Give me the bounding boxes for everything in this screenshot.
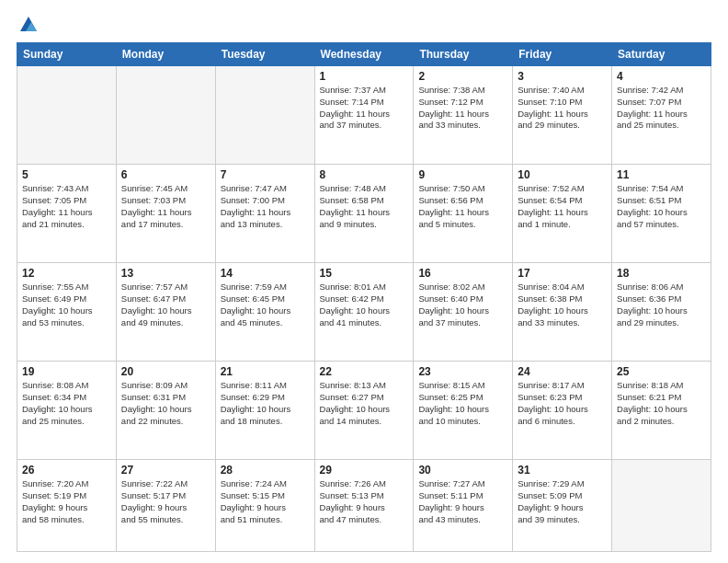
day-info: Sunrise: 8:08 AM Sunset: 6:34 PM Dayligh…: [22, 380, 111, 427]
day-number: 8: [320, 168, 409, 181]
day-number: 10: [518, 168, 607, 181]
calendar-cell: 25Sunrise: 8:18 AM Sunset: 6:21 PM Dayli…: [612, 362, 711, 460]
day-number: 20: [121, 365, 210, 378]
day-number: 6: [121, 168, 210, 181]
day-number: 11: [617, 168, 706, 181]
day-number: 26: [22, 464, 111, 477]
calendar-cell: 26Sunrise: 7:20 AM Sunset: 5:19 PM Dayli…: [17, 460, 117, 552]
calendar-cell: 14Sunrise: 7:59 AM Sunset: 6:45 PM Dayli…: [215, 263, 314, 362]
calendar-cell: 7Sunrise: 7:47 AM Sunset: 7:00 PM Daylig…: [215, 165, 314, 263]
day-info: Sunrise: 7:54 AM Sunset: 6:51 PM Dayligh…: [617, 183, 706, 230]
day-info: Sunrise: 8:09 AM Sunset: 6:31 PM Dayligh…: [121, 380, 210, 427]
calendar-cell: 5Sunrise: 7:43 AM Sunset: 7:05 PM Daylig…: [17, 165, 117, 263]
day-info: Sunrise: 7:37 AM Sunset: 7:14 PM Dayligh…: [320, 85, 409, 132]
day-number: 22: [320, 365, 409, 378]
day-info: Sunrise: 8:04 AM Sunset: 6:38 PM Dayligh…: [518, 282, 607, 328]
logo: [17, 15, 39, 35]
day-header-monday: Monday: [116, 43, 215, 66]
day-info: Sunrise: 7:20 AM Sunset: 5:19 PM Dayligh…: [22, 478, 111, 525]
day-number: 16: [418, 267, 507, 280]
day-number: 12: [22, 267, 111, 280]
day-info: Sunrise: 7:27 AM Sunset: 5:11 PM Dayligh…: [418, 478, 507, 525]
calendar-cell: 27Sunrise: 7:22 AM Sunset: 5:17 PM Dayli…: [116, 460, 215, 552]
day-info: Sunrise: 8:15 AM Sunset: 6:25 PM Dayligh…: [418, 380, 507, 427]
header: [17, 15, 711, 35]
day-number: 14: [221, 267, 310, 280]
day-number: 5: [22, 168, 111, 181]
day-info: Sunrise: 8:11 AM Sunset: 6:29 PM Dayligh…: [221, 380, 310, 427]
calendar-header: SundayMondayTuesdayWednesdayThursdayFrid…: [17, 43, 711, 66]
week-row-4: 19Sunrise: 8:08 AM Sunset: 6:34 PM Dayli…: [17, 362, 711, 460]
calendar-cell: 11Sunrise: 7:54 AM Sunset: 6:51 PM Dayli…: [612, 165, 711, 263]
week-row-3: 12Sunrise: 7:55 AM Sunset: 6:49 PM Dayli…: [17, 263, 711, 362]
calendar-cell: 20Sunrise: 8:09 AM Sunset: 6:31 PM Dayli…: [116, 362, 215, 460]
day-info: Sunrise: 7:45 AM Sunset: 7:03 PM Dayligh…: [121, 183, 210, 230]
calendar-cell: 23Sunrise: 8:15 AM Sunset: 6:25 PM Dayli…: [414, 362, 513, 460]
day-header-wednesday: Wednesday: [314, 43, 414, 66]
day-info: Sunrise: 7:43 AM Sunset: 7:05 PM Dayligh…: [22, 183, 111, 230]
week-row-1: 1Sunrise: 7:37 AM Sunset: 7:14 PM Daylig…: [17, 66, 711, 165]
day-info: Sunrise: 8:17 AM Sunset: 6:23 PM Dayligh…: [518, 380, 607, 427]
calendar-cell: 4Sunrise: 7:42 AM Sunset: 7:07 PM Daylig…: [612, 66, 711, 165]
calendar-cell: 28Sunrise: 7:24 AM Sunset: 5:15 PM Dayli…: [215, 460, 314, 552]
day-info: Sunrise: 8:01 AM Sunset: 6:42 PM Dayligh…: [320, 282, 409, 328]
calendar-cell: 19Sunrise: 8:08 AM Sunset: 6:34 PM Dayli…: [17, 362, 117, 460]
calendar-cell: 22Sunrise: 8:13 AM Sunset: 6:27 PM Dayli…: [314, 362, 414, 460]
calendar-cell: 24Sunrise: 8:17 AM Sunset: 6:23 PM Dayli…: [513, 362, 612, 460]
day-number: 21: [221, 365, 310, 378]
logo-icon: [18, 15, 39, 35]
day-header-saturday: Saturday: [612, 43, 711, 66]
day-header-friday: Friday: [513, 43, 612, 66]
calendar-cell: 16Sunrise: 8:02 AM Sunset: 6:40 PM Dayli…: [414, 263, 513, 362]
calendar-cell: 6Sunrise: 7:45 AM Sunset: 7:03 PM Daylig…: [116, 165, 215, 263]
day-number: 25: [617, 365, 706, 378]
day-info: Sunrise: 7:38 AM Sunset: 7:12 PM Dayligh…: [418, 85, 507, 132]
day-info: Sunrise: 8:13 AM Sunset: 6:27 PM Dayligh…: [320, 380, 409, 427]
calendar-cell: 13Sunrise: 7:57 AM Sunset: 6:47 PM Dayli…: [116, 263, 215, 362]
calendar-cell: [215, 66, 314, 165]
day-number: 30: [418, 464, 507, 477]
day-info: Sunrise: 7:48 AM Sunset: 6:58 PM Dayligh…: [320, 183, 409, 230]
week-row-5: 26Sunrise: 7:20 AM Sunset: 5:19 PM Dayli…: [17, 460, 711, 552]
day-info: Sunrise: 7:24 AM Sunset: 5:15 PM Dayligh…: [221, 478, 310, 525]
calendar-cell: 29Sunrise: 7:26 AM Sunset: 5:13 PM Dayli…: [314, 460, 414, 552]
day-number: 28: [221, 464, 310, 477]
calendar-cell: 8Sunrise: 7:48 AM Sunset: 6:58 PM Daylig…: [314, 165, 414, 263]
day-info: Sunrise: 8:18 AM Sunset: 6:21 PM Dayligh…: [617, 380, 706, 427]
calendar-cell: 18Sunrise: 8:06 AM Sunset: 6:36 PM Dayli…: [612, 263, 711, 362]
calendar-cell: 30Sunrise: 7:27 AM Sunset: 5:11 PM Dayli…: [414, 460, 513, 552]
day-info: Sunrise: 7:47 AM Sunset: 7:00 PM Dayligh…: [221, 183, 310, 230]
day-number: 15: [320, 267, 409, 280]
calendar: SundayMondayTuesdayWednesdayThursdayFrid…: [17, 42, 711, 552]
calendar-cell: 10Sunrise: 7:52 AM Sunset: 6:54 PM Dayli…: [513, 165, 612, 263]
day-number: 1: [320, 70, 409, 83]
day-number: 2: [418, 70, 507, 83]
day-info: Sunrise: 7:52 AM Sunset: 6:54 PM Dayligh…: [518, 183, 607, 230]
day-header-thursday: Thursday: [414, 43, 513, 66]
day-info: Sunrise: 7:29 AM Sunset: 5:09 PM Dayligh…: [518, 478, 607, 525]
day-number: 17: [518, 267, 607, 280]
day-info: Sunrise: 7:55 AM Sunset: 6:49 PM Dayligh…: [22, 282, 111, 328]
day-info: Sunrise: 7:22 AM Sunset: 5:17 PM Dayligh…: [121, 478, 210, 525]
calendar-cell: [612, 460, 711, 552]
day-number: 29: [320, 464, 409, 477]
calendar-body: 1Sunrise: 7:37 AM Sunset: 7:14 PM Daylig…: [17, 66, 711, 552]
day-number: 7: [221, 168, 310, 181]
day-number: 31: [518, 464, 607, 477]
day-number: 23: [418, 365, 507, 378]
day-number: 4: [617, 70, 706, 83]
calendar-cell: 31Sunrise: 7:29 AM Sunset: 5:09 PM Dayli…: [513, 460, 612, 552]
calendar-cell: 12Sunrise: 7:55 AM Sunset: 6:49 PM Dayli…: [17, 263, 117, 362]
calendar-cell: 1Sunrise: 7:37 AM Sunset: 7:14 PM Daylig…: [314, 66, 414, 165]
day-header-sunday: Sunday: [17, 43, 117, 66]
day-info: Sunrise: 7:26 AM Sunset: 5:13 PM Dayligh…: [320, 478, 409, 525]
calendar-cell: 15Sunrise: 8:01 AM Sunset: 6:42 PM Dayli…: [314, 263, 414, 362]
week-row-2: 5Sunrise: 7:43 AM Sunset: 7:05 PM Daylig…: [17, 165, 711, 263]
day-info: Sunrise: 8:06 AM Sunset: 6:36 PM Dayligh…: [617, 282, 706, 328]
page: SundayMondayTuesdayWednesdayThursdayFrid…: [0, 0, 728, 563]
day-info: Sunrise: 8:02 AM Sunset: 6:40 PM Dayligh…: [418, 282, 507, 328]
day-number: 3: [518, 70, 607, 83]
header-row: SundayMondayTuesdayWednesdayThursdayFrid…: [17, 43, 711, 66]
day-info: Sunrise: 7:40 AM Sunset: 7:10 PM Dayligh…: [518, 85, 607, 132]
calendar-cell: 3Sunrise: 7:40 AM Sunset: 7:10 PM Daylig…: [513, 66, 612, 165]
